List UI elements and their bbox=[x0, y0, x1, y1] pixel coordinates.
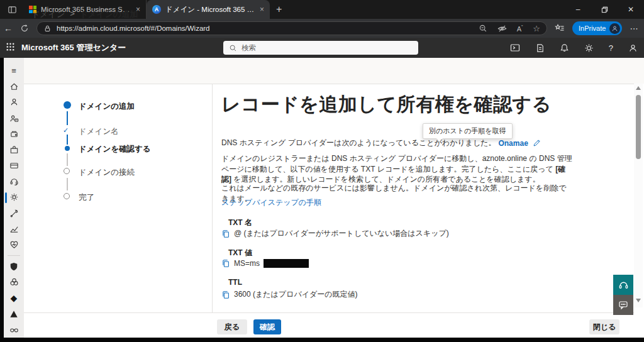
txt-name-row: @ (またはプロバイダーがサポートしていない場合はスキップ) bbox=[221, 228, 449, 239]
nav-setup-icon[interactable] bbox=[4, 206, 24, 221]
nav-roles-icon[interactable] bbox=[4, 126, 24, 142]
profile-avatar bbox=[609, 23, 620, 34]
nav-payment-icon[interactable] bbox=[4, 158, 24, 174]
feedback-icon[interactable] bbox=[535, 43, 545, 53]
inprivate-label: InPrivate bbox=[579, 25, 606, 32]
nav-divider bbox=[8, 255, 20, 256]
app-title[interactable]: Microsoft 365 管理センター bbox=[21, 42, 126, 53]
nav-users-icon[interactable] bbox=[4, 94, 24, 110]
scrollbar[interactable] bbox=[634, 84, 643, 307]
browser-toolbar: ← https://admin.cloud.microsoft/#/Domain… bbox=[0, 19, 644, 38]
step-connector bbox=[67, 178, 68, 190]
close-button[interactable]: 閉じる bbox=[589, 319, 619, 334]
settings-gear-icon[interactable] bbox=[584, 43, 594, 53]
wizard-step-done[interactable]: 完了 bbox=[79, 192, 94, 203]
new-tab-button[interactable]: + bbox=[276, 4, 282, 15]
provider-line: DNS ホスティング プロバイダーは次のようになっていることがわかりました。 O… bbox=[221, 138, 541, 148]
wizard-step-connect-domain[interactable]: ドメインの接続 bbox=[79, 167, 135, 178]
step-indicator-todo bbox=[64, 193, 70, 199]
notifications-bell-icon[interactable] bbox=[560, 43, 569, 53]
cloud-shell-icon[interactable] bbox=[510, 43, 520, 53]
ttl-label: TTL bbox=[228, 278, 242, 287]
step-indicator-todo bbox=[64, 168, 70, 174]
admin-center-favicon: A bbox=[152, 5, 161, 14]
content-top-divider bbox=[24, 84, 634, 84]
scroll-down-arrow[interactable] bbox=[636, 299, 641, 302]
breadcrumb-current: ドメインの追加 bbox=[80, 9, 138, 20]
collections-icon[interactable] bbox=[555, 23, 565, 33]
wizard-step-domain-name[interactable]: ドメイン名 bbox=[79, 126, 119, 137]
paragraph-text: ドメインのレジストラーまたは DNS ホスティング プロバイダーに移動し、azn… bbox=[221, 154, 572, 174]
search-icon bbox=[229, 44, 237, 52]
nav-azure-icon[interactable] bbox=[4, 306, 24, 322]
verify-button[interactable]: 確認 bbox=[253, 319, 281, 334]
wizard-footer: 戻る 確認 閉じる bbox=[24, 312, 634, 338]
search-placeholder: 検索 bbox=[242, 43, 256, 53]
account-icon[interactable] bbox=[628, 43, 638, 53]
step-by-step-link[interactable]: ステップバイステップの手順 bbox=[221, 197, 321, 208]
page-title: レコードを追加して所有権を確認する bbox=[221, 92, 552, 118]
redacted-value bbox=[264, 259, 309, 268]
tooltip-text: 別のホストの手順を取得 bbox=[429, 127, 506, 135]
refresh-button[interactable] bbox=[16, 24, 33, 33]
edit-pencil-icon[interactable] bbox=[533, 139, 541, 147]
ttl-row: 3600 (またはプロバイダーの既定値) bbox=[221, 289, 358, 300]
app-launcher-icon[interactable] bbox=[6, 42, 15, 54]
breadcrumb-separator: > bbox=[70, 9, 75, 20]
feedback-chat-button[interactable] bbox=[613, 295, 633, 315]
nav-exchange-icon[interactable]: ◆ bbox=[4, 290, 24, 306]
breadcrumb-parent[interactable]: ドメイン bbox=[31, 9, 65, 20]
copy-icon[interactable] bbox=[221, 290, 230, 299]
txt-value-label: TXT 値 bbox=[228, 248, 252, 258]
nav-menu-icon[interactable]: ≡ bbox=[4, 63, 24, 79]
zoom-out-icon[interactable] bbox=[479, 24, 487, 33]
tab-workspaces-icon[interactable] bbox=[8, 5, 17, 14]
nav-security-icon[interactable] bbox=[4, 258, 24, 274]
scroll-up-arrow[interactable] bbox=[636, 86, 641, 90]
favorite-star-icon[interactable]: ☆ bbox=[533, 24, 540, 33]
nav-billing-icon[interactable] bbox=[4, 142, 24, 158]
browser-menu-icon[interactable]: ⋯ bbox=[630, 24, 638, 33]
nav-support-icon[interactable] bbox=[4, 174, 24, 189]
window-minimize-button[interactable]: – bbox=[565, 0, 591, 19]
address-bar[interactable]: https://admin.cloud.microsoft/#/Domains/… bbox=[36, 21, 547, 35]
step-connector bbox=[67, 153, 68, 166]
nav-reports-icon[interactable] bbox=[4, 221, 24, 237]
window-bottom-edge bbox=[0, 338, 644, 342]
help-widget-button[interactable] bbox=[613, 275, 633, 295]
scroll-thumb[interactable] bbox=[636, 95, 641, 159]
url-text: https://admin.cloud.microsoft/#/Domains/… bbox=[57, 25, 474, 32]
wizard-content-divider bbox=[212, 84, 213, 312]
nav-teams-groups-icon[interactable] bbox=[4, 111, 24, 126]
txt-value-value: MS=ms bbox=[234, 259, 260, 268]
nav-show-all-icon[interactable] bbox=[4, 322, 24, 338]
nav-home-icon[interactable] bbox=[4, 79, 24, 94]
instructions-paragraph: ドメインのレジストラーまたは DNS ホスティング プロバイダーに移動し、azn… bbox=[221, 153, 574, 185]
tab-title: ドメイン - Microsoft 365 管理センタ– bbox=[165, 5, 255, 14]
wizard-step-add-domain[interactable]: ドメインの追加 bbox=[79, 101, 135, 112]
window-close-button[interactable]: ✕ bbox=[618, 0, 644, 19]
back-button[interactable]: 戻る bbox=[217, 319, 247, 334]
provider-text: DNS ホスティング プロバイダーは次のようになっていることがわかりました。 bbox=[221, 138, 496, 148]
tab-admin-center[interactable]: A ドメイン - Microsoft 365 管理センタ– × bbox=[147, 0, 270, 19]
nav-health-icon[interactable] bbox=[4, 237, 24, 253]
breadcrumb: ドメイン > ドメインの追加 bbox=[31, 9, 138, 20]
provider-link[interactable]: Onamae bbox=[498, 139, 528, 148]
password-hidden-icon[interactable] bbox=[497, 24, 507, 33]
nav-compliance-icon[interactable] bbox=[4, 274, 24, 290]
step-connector bbox=[67, 135, 68, 145]
window-restore-button[interactable] bbox=[591, 0, 618, 19]
copy-icon[interactable] bbox=[221, 259, 230, 268]
left-nav-rail: ≡ ◆ bbox=[4, 58, 24, 338]
inprivate-badge[interactable]: InPrivate bbox=[572, 21, 622, 35]
wizard-step-verify-domain[interactable]: ドメインを確認する bbox=[79, 144, 151, 155]
tab-close-icon[interactable]: × bbox=[260, 5, 264, 14]
help-icon[interactable]: ? bbox=[609, 43, 613, 53]
search-input[interactable]: 検索 bbox=[223, 41, 418, 55]
nav-settings-icon[interactable] bbox=[4, 189, 24, 205]
lock-icon bbox=[43, 25, 52, 33]
copy-icon[interactable] bbox=[221, 229, 230, 238]
read-aloud-icon[interactable]: A” bbox=[517, 25, 523, 33]
back-button[interactable]: ← bbox=[0, 23, 16, 33]
breadcrumb-bar bbox=[24, 58, 644, 84]
